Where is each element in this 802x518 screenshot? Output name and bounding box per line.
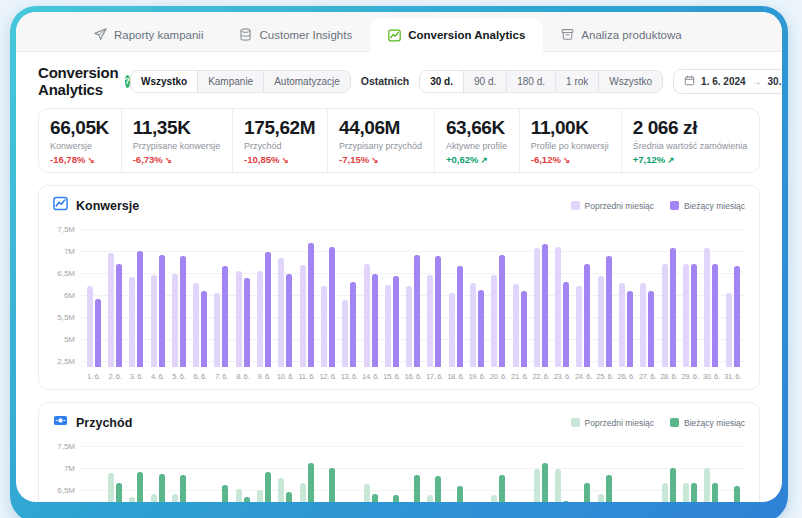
bar-poprzedni-miesi-c (513, 284, 519, 367)
bar-group-11-6 (296, 463, 317, 502)
bar-groups (81, 227, 745, 367)
bar-bie-cy-miesi-c (563, 501, 569, 502)
bar-group-22-6 (530, 463, 551, 502)
bar-poprzedni-miesi-c (598, 494, 604, 502)
period-option-1-rok[interactable]: 1 rok (556, 71, 599, 92)
tab-analiza-produktowa[interactable]: Analiza produktowa (543, 18, 699, 51)
tab-label: Customer Insights (259, 29, 352, 41)
bar-group-9-6 (253, 252, 274, 367)
kpi-card-konwersje: 66,05KKonwersje-16,78%↘ (39, 109, 122, 172)
bar-group-7-6 (211, 266, 232, 367)
bar-group-17-6 (424, 256, 445, 367)
x-axis-tick: 1. 6. (83, 372, 104, 381)
kpi-label: Przypisany przychód (339, 141, 423, 151)
bar-poprzedni-miesi-c (151, 494, 157, 502)
x-axis-tick: 7. 6. (211, 372, 232, 381)
x-axis-tick: 2. 6. (104, 372, 125, 381)
x-axis-tick: 30. 6. (701, 372, 722, 381)
type-option-wszystko[interactable]: Wszystko (131, 71, 198, 92)
archive-icon (561, 28, 574, 41)
plot-area (81, 227, 745, 367)
x-axis-tick: 22. 6. (530, 372, 551, 381)
type-option-kampanie[interactable]: Kampanie (198, 71, 264, 92)
x-axis-tick: 16. 6. (402, 372, 423, 381)
bar-bie-cy-miesi-c (414, 255, 420, 367)
bar-group-15-6 (381, 495, 402, 502)
tab-raporty-kampanii[interactable]: Raporty kampanii (76, 18, 221, 51)
x-axis-tick: 21. 6. (509, 372, 530, 381)
tab-bar: Raporty kampaniiCustomer InsightsConvers… (16, 12, 782, 52)
legend-swatch (571, 418, 580, 427)
kpi-card-przypisane-konwersje: 11,35KPrzypisane konwersje-6,73%↘ (122, 109, 233, 172)
bar-group-30-6 (701, 248, 722, 367)
bar-poprzedni-miesi-c (534, 248, 540, 367)
bar-poprzedni-miesi-c (662, 264, 668, 367)
bar-poprzedni-miesi-c (704, 468, 710, 502)
bar-poprzedni-miesi-c (300, 483, 306, 502)
tab-customer-insights[interactable]: Customer Insights (221, 18, 370, 51)
bar-group-4-6 (147, 255, 168, 367)
period-option-wszystko[interactable]: Wszystko (599, 71, 662, 92)
bar-poprzedni-miesi-c (470, 283, 476, 367)
bar-bie-cy-miesi-c (159, 474, 165, 502)
date-range-picker[interactable]: 1. 6. 2024 → 30. 6. 2025 (673, 69, 782, 94)
kpi-delta: +7,12%↗ (633, 154, 748, 165)
y-axis-tick: 2,5M (57, 357, 75, 366)
bar-group-10-6 (275, 478, 296, 502)
bar-bie-cy-miesi-c (584, 483, 590, 502)
x-axis-tick: 27. 6. (637, 372, 658, 381)
bar-group-14-6 (360, 484, 381, 502)
bar-poprzedni-miesi-c (129, 277, 135, 367)
bar-bie-cy-miesi-c (584, 264, 590, 367)
bar-bie-cy-miesi-c (265, 252, 271, 367)
bar-bie-cy-miesi-c (435, 476, 441, 502)
type-option-automatyzacje[interactable]: Automatyzacje (264, 71, 350, 92)
period-option-180-d[interactable]: 180 d. (507, 71, 556, 92)
bar-bie-cy-miesi-c (350, 282, 356, 367)
date-range-arrow-icon: → (752, 76, 762, 87)
bar-bie-cy-miesi-c (457, 266, 463, 367)
bar-poprzedni-miesi-c (172, 274, 178, 367)
bar-bie-cy-miesi-c (648, 291, 654, 367)
bar-poprzedni-miesi-c (87, 286, 93, 367)
x-axis-tick: 5. 6. (168, 372, 189, 381)
bar-poprzedni-miesi-c (683, 264, 689, 367)
tab-conversion-analytics[interactable]: Conversion Analytics (370, 18, 543, 52)
bar-group-22-6 (530, 244, 551, 367)
y-axis-tick: 7,5M (57, 442, 75, 451)
x-axis-tick: 13. 6. (339, 372, 360, 381)
y-axis-tick: 5,5M (57, 313, 75, 322)
trend-down-icon: ↘ (563, 155, 570, 165)
bar-bie-cy-miesi-c (499, 475, 505, 502)
plot: 7,5M7M6,5M6M5,5M5M2,5M (53, 227, 745, 367)
bar-poprzedni-miesi-c (406, 286, 412, 367)
y-axis-tick: 5M (64, 335, 75, 344)
bar-group-27-6 (637, 283, 658, 367)
kpi-delta: -10,85%↘ (244, 154, 316, 165)
chart-line-icon (388, 29, 401, 42)
x-axis-tick: 9. 6. (253, 372, 274, 381)
bar-group-24-6 (573, 483, 594, 502)
bar-group-10-6 (275, 258, 296, 367)
y-axis-tick: 7M (64, 247, 75, 256)
period-option-30-d[interactable]: 30 d. (420, 71, 464, 92)
bar-bie-cy-miesi-c (180, 256, 186, 367)
revenue-chart-card: PrzychódPoprzedni miesiącBieżący miesiąc… (38, 402, 760, 502)
bar-group-5-6 (168, 475, 189, 502)
bar-bie-cy-miesi-c (329, 468, 335, 502)
bar-bie-cy-miesi-c (691, 483, 697, 502)
bar-bie-cy-miesi-c (712, 264, 718, 367)
trend-down-icon: ↘ (281, 155, 288, 165)
x-axis-tick: 11. 6. (296, 372, 317, 381)
x-axis-tick: 15. 6. (381, 372, 402, 381)
bar-bie-cy-miesi-c (393, 276, 399, 367)
period-option-90-d[interactable]: 90 d. (464, 71, 507, 92)
y-axis-tick: 7M (64, 464, 75, 473)
bar-bie-cy-miesi-c (691, 264, 697, 367)
bar-bie-cy-miesi-c (670, 248, 676, 367)
bar-group-14-6 (360, 264, 381, 367)
kpi-value: 175,62M (244, 117, 316, 139)
bar-poprzedni-miesi-c (236, 271, 242, 367)
bar-group-31-6 (722, 486, 743, 502)
date-range-start: 1. 6. 2024 (701, 76, 745, 87)
